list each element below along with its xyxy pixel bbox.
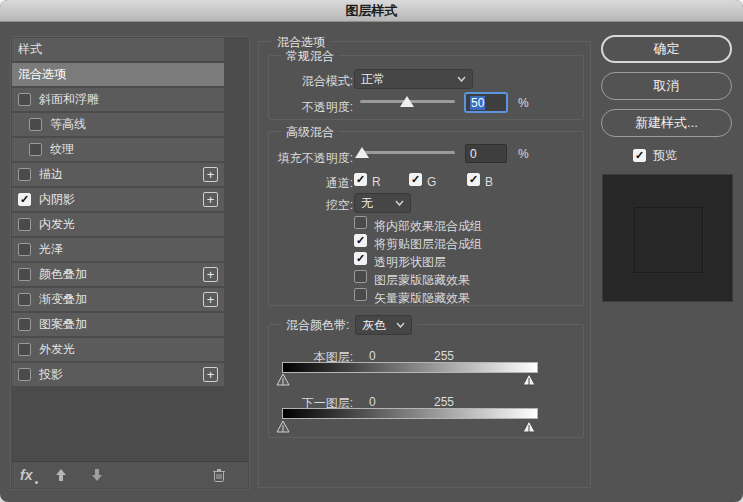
this-layer-min: 0 <box>369 349 376 363</box>
delete-effect-button[interactable] <box>212 468 226 483</box>
sidebar-item-label: 光泽 <box>39 241 63 258</box>
underlying-layer-white-thumb[interactable] <box>522 420 536 433</box>
knockout-label: 挖空: <box>203 197 353 214</box>
add-effect-plus-icon[interactable]: + <box>203 267 218 282</box>
slider-thumb[interactable] <box>400 96 414 107</box>
channel-g-checkbox[interactable]: ✓ <box>409 173 422 186</box>
sidebar-item-inner-shadow[interactable]: ✓ 内阴影 + <box>12 188 224 211</box>
move-effect-up-button[interactable] <box>54 468 68 482</box>
blend-interior-checkbox[interactable]: ✓ <box>354 216 367 229</box>
channel-b-checkbox[interactable]: ✓ <box>467 173 480 186</box>
sidebar-item-stroke[interactable]: ✓ 描边 + <box>12 163 224 186</box>
effect-checkbox[interactable]: ✓ <box>29 143 42 156</box>
move-effect-down-button[interactable] <box>90 468 104 482</box>
preview-label: 预览 <box>653 147 677 164</box>
sidebar-item-label: 渐变叠加 <box>39 291 87 308</box>
sidebar-item-color-overlay[interactable]: ✓ 颜色叠加 + <box>12 263 224 286</box>
ok-button[interactable]: 确定 <box>601 35 732 63</box>
titlebar[interactable]: 图层样式 <box>0 0 743 22</box>
sidebar-item-blending-options[interactable]: 混合选项 <box>12 63 224 86</box>
sidebar-item-styles[interactable]: 样式 <box>12 38 224 61</box>
opacity-slider[interactable] <box>360 94 455 110</box>
new-style-button[interactable]: 新建样式... <box>601 109 732 137</box>
fill-opacity-label: 填充不透明度: <box>203 150 353 167</box>
check-icon: ✓ <box>20 194 29 205</box>
effect-checkbox[interactable]: ✓ <box>18 243 31 256</box>
sidebar-item-texture[interactable]: ✓ 纹理 <box>12 138 224 161</box>
layer-mask-hides-checkbox[interactable]: ✓ <box>354 270 367 283</box>
blend-mode-label: 混合模式: <box>203 73 353 90</box>
sidebar-item-label: 图案叠加 <box>39 316 87 333</box>
sidebar-item-label: 投影 <box>39 366 63 383</box>
chevron-down-icon <box>395 200 404 206</box>
blend-clipped-label: 将剪贴图层混合成组 <box>374 236 482 253</box>
effect-checkbox[interactable]: ✓ <box>18 343 31 356</box>
channel-r-checkbox[interactable]: ✓ <box>354 173 367 186</box>
sidebar-item-label: 斜面和浮雕 <box>39 91 99 108</box>
sidebar-item-inner-glow[interactable]: ✓ 内发光 <box>12 213 224 236</box>
channel-b-label: B <box>485 175 493 189</box>
check-icon: ✓ <box>356 174 365 185</box>
fill-opacity-input[interactable]: 0 <box>465 144 507 163</box>
blend-if-legend: 混合颜色带: 灰色 <box>281 315 417 335</box>
sidebar-item-satin[interactable]: ✓ 光泽 <box>12 238 224 261</box>
add-effect-plus-icon[interactable]: + <box>203 292 218 307</box>
opacity-input[interactable]: 50 <box>465 93 507 112</box>
sidebar-item-drop-shadow[interactable]: ✓ 投影 + <box>12 363 224 386</box>
fx-menu-button[interactable]: fx <box>20 467 32 484</box>
this-layer-max: 255 <box>434 349 454 363</box>
opacity-unit: % <box>518 96 529 110</box>
preview-toggle[interactable]: ✓ 预览 <box>633 147 677 164</box>
effect-checkbox[interactable]: ✓ <box>18 218 31 231</box>
blend-if-select[interactable]: 灰色 <box>355 315 412 335</box>
sidebar-item-gradient-overlay[interactable]: ✓ 渐变叠加 + <box>12 288 224 311</box>
sidebar-item-pattern-overlay[interactable]: ✓ 图案叠加 <box>12 313 224 336</box>
ok-button-label: 确定 <box>654 40 680 58</box>
opacity-value: 50 <box>470 96 485 110</box>
effect-checkbox[interactable]: ✓ <box>18 93 31 106</box>
effect-checkbox[interactable]: ✓ <box>18 293 31 306</box>
dialog-title: 图层样式 <box>346 2 398 20</box>
sidebar-item-bevel-emboss[interactable]: ✓ 斜面和浮雕 <box>12 88 224 111</box>
check-icon: ✓ <box>469 174 478 185</box>
knockout-value: 无 <box>361 195 373 212</box>
effect-checkbox[interactable]: ✓ <box>18 168 31 181</box>
effect-checkbox[interactable]: ✓ <box>18 268 31 281</box>
cancel-button-label: 取消 <box>654 77 680 95</box>
fill-opacity-value: 0 <box>470 147 477 161</box>
add-effect-plus-icon[interactable]: + <box>203 367 218 382</box>
blend-if-value: 灰色 <box>362 317 386 334</box>
blend-mode-select[interactable]: 正常 <box>354 69 473 89</box>
transparency-shapes-label: 透明形状图层 <box>374 254 446 271</box>
chevron-down-icon <box>457 76 466 82</box>
style-preview-thumbnail <box>602 174 733 302</box>
check-icon: ✓ <box>635 150 644 161</box>
this-layer-black-thumb[interactable] <box>276 373 290 386</box>
knockout-select[interactable]: 无 <box>354 193 411 213</box>
fx-menu-indicator <box>35 481 38 484</box>
cancel-button[interactable]: 取消 <box>601 72 732 100</box>
underlying-layer-black-thumb[interactable] <box>276 420 290 433</box>
blend-if-group: 混合颜色带: 灰色 本图层: 0 255 下一图层: 0 255 <box>268 324 584 438</box>
sidebar-item-label: 样式 <box>18 41 42 58</box>
slider-thumb[interactable] <box>355 147 369 158</box>
sidebar-item-label: 内阴影 <box>39 191 75 208</box>
effect-checkbox[interactable]: ✓ <box>18 318 31 331</box>
this-layer-white-thumb[interactable] <box>522 373 536 386</box>
underlying-layer-gradient-bar <box>282 408 538 419</box>
sidebar-item-outer-glow[interactable]: ✓ 外发光 <box>12 338 224 361</box>
fx-icon: fx <box>20 467 32 483</box>
fill-opacity-slider[interactable] <box>360 145 455 161</box>
preview-checkbox[interactable]: ✓ <box>633 149 646 162</box>
blend-clipped-checkbox[interactable]: ✓ <box>354 234 367 247</box>
sidebar-item-label: 描边 <box>39 166 63 183</box>
vector-mask-hides-label: 矢量蒙版隐藏效果 <box>374 290 470 307</box>
group-legend: 常规混合 <box>281 48 339 65</box>
sidebar-item-contour[interactable]: ✓ 等高线 <box>12 113 224 136</box>
effect-checkbox[interactable]: ✓ <box>18 193 31 206</box>
vector-mask-hides-checkbox[interactable]: ✓ <box>354 288 367 301</box>
advanced-blending-group: 高级混合 填充不透明度: 0 % 通道: ✓ R ✓ G ✓ B 挖空: 无 ✓ <box>268 131 584 306</box>
transparency-shapes-checkbox[interactable]: ✓ <box>354 252 367 265</box>
effect-checkbox[interactable]: ✓ <box>29 118 42 131</box>
effect-checkbox[interactable]: ✓ <box>18 368 31 381</box>
